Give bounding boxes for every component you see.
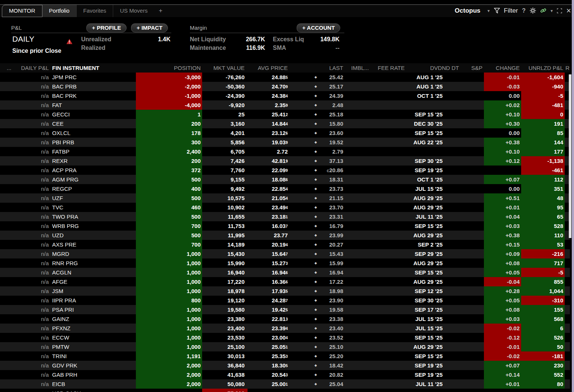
table-row[interactable]: n/a REGCP 400 9,492 22.854 ◆23.73 JUL 15… <box>0 184 570 193</box>
col-header-fee-rate[interactable]: FEE RATE <box>370 63 408 73</box>
cell-instrument[interactable]: REGCP <box>50 184 136 193</box>
col-header-dvdnd-dt[interactable]: DVDND DT <box>408 63 460 73</box>
filter-label[interactable]: Filter <box>504 7 518 15</box>
table-row[interactable]: n/a GDV PRK 2,000 36,840 18.305 ◆18.42 S… <box>0 361 570 370</box>
cell-position[interactable]: 700 <box>136 240 202 249</box>
table-row[interactable]: n/a BAC PRB -2,000 -50,360 24.709 ◆25.17… <box>0 82 570 91</box>
cell-instrument[interactable]: USD CASH <box>50 389 136 392</box>
workspace-name[interactable]: Octopus <box>455 7 481 15</box>
profile-button[interactable]: + PROFILE <box>86 23 127 32</box>
cell-position[interactable]: 1,000 <box>136 314 202 324</box>
cell-position[interactable]: 1,000 <box>136 277 202 286</box>
cell-instrument[interactable]: RNR PRG <box>50 258 136 268</box>
cell-instrument[interactable]: UZF <box>50 193 136 203</box>
impact-button[interactable]: + IMPACT <box>131 23 168 32</box>
cell-position[interactable]: 460 <box>136 203 202 212</box>
table-row[interactable]: n/a PSA PRI 1,000 19,580 19.425 ◆19.58 S… <box>0 305 570 314</box>
table-row[interactable]: n/a EICB 2,000 50,080 25.001 ◆25.04 JUL … <box>0 379 570 389</box>
cell-instrument[interactable]: PSA PRI <box>50 305 136 314</box>
col-header-mkt-value[interactable]: MKT VALUE <box>202 63 248 73</box>
gear-icon[interactable] <box>530 7 536 14</box>
cell-instrument[interactable]: MGRD <box>50 249 136 258</box>
tab-portfolio[interactable]: Portfolio <box>42 5 76 17</box>
help-icon[interactable]: ? <box>522 7 526 14</box>
cell-position[interactable]: 800 <box>136 296 202 305</box>
cell-position[interactable]: 1,000 <box>136 268 202 277</box>
table-row[interactable]: n/a PBI PRB 300 5,856 19.039 ◆19.52 AUG … <box>0 138 570 147</box>
vertical-scrollbar[interactable] <box>569 74 571 238</box>
col-header-ellipsis[interactable]: ... <box>0 63 15 73</box>
table-row[interactable]: n/a GAB PRH 2,000 41,638 20.543 ◆20.82 S… <box>0 370 570 379</box>
table-row[interactable]: n/a RNR PRG 1,000 15,990 15.273 ◆15.99 A… <box>0 258 570 268</box>
table-row[interactable]: USD CASH 75,019 ◆ <box>0 389 570 392</box>
col-header-unrlzd-pnl[interactable]: UNRLZD P&L <box>521 63 565 73</box>
tab-us-movers[interactable]: US Movers <box>113 5 154 17</box>
table-row[interactable]: n/a PMTW 1,000 25,100 25.051 ◆25.10 AUG … <box>0 342 570 351</box>
cell-instrument[interactable]: BAC PRB <box>50 82 136 91</box>
table-row[interactable]: n/a OXLCL 178 4,201 23.126 ◆23.60 SEP 15… <box>0 128 570 138</box>
table-row[interactable]: n/a ECCW 1,000 23,530 23.004 ◆23.52 SEP … <box>0 333 570 342</box>
table-row[interactable]: n/a AFGE 1,000 17,220 16.366 ◆17.22 AUG … <box>0 277 570 286</box>
col-header-imbl[interactable]: IMBL... <box>344 63 370 73</box>
link-chevron-icon[interactable]: ▾ <box>551 8 553 13</box>
table-row[interactable]: n/a MGRD 1,000 15,430 15.647 ◆15.43 SEP … <box>0 249 570 258</box>
cell-position[interactable]: 1,000 <box>136 342 202 351</box>
table-row[interactable]: n/a UZF 500 10,575 21.054 ◆21.15 AUG 29 … <box>0 193 570 203</box>
add-tab-button[interactable]: + <box>154 5 167 17</box>
cell-position[interactable]: 500 <box>136 231 202 240</box>
cell-instrument[interactable]: EICB <box>50 379 136 389</box>
table-row[interactable]: n/a JSM 1,000 18,978 17.935 ◆18.98 SEP 1… <box>0 286 570 296</box>
table-row[interactable]: n/a BAC PRK -1,000 -24,390 24.384 ◆24.39… <box>0 91 570 100</box>
cell-instrument[interactable]: GECCI <box>50 110 136 119</box>
table-row[interactable]: n/a FATBP 2,400 6,705 2.72 ◆2.79 +0.10 1… <box>0 147 570 156</box>
pnl-mode-label[interactable]: DAILY <box>12 35 34 44</box>
cell-position[interactable]: 2,000 <box>136 370 202 379</box>
cell-instrument[interactable]: TWO PRA <box>50 212 136 221</box>
cell-instrument[interactable]: GAB PRH <box>50 370 136 379</box>
cell-instrument[interactable]: PMTW <box>50 342 136 351</box>
cell-instrument[interactable]: ACP PRA <box>50 166 136 175</box>
cell-instrument[interactable]: AFGE <box>50 277 136 286</box>
cell-position[interactable]: 200 <box>136 119 202 128</box>
tab-favorites[interactable]: Favorites <box>76 5 113 17</box>
cell-position[interactable]: 1 <box>136 110 202 119</box>
cell-instrument[interactable]: PBI PRB <box>50 138 136 147</box>
cell-instrument[interactable]: IIPR PRA <box>50 296 136 305</box>
table-row[interactable]: n/a CEE 200 3,160 14.844 ◆15.80 DEC 30 '… <box>0 119 570 128</box>
maximize-icon[interactable] <box>557 8 562 13</box>
cell-position[interactable]: 2,400 <box>136 147 202 156</box>
col-header-position[interactable]: POSITION <box>136 63 202 73</box>
cell-instrument[interactable]: FATBP <box>50 147 136 156</box>
table-row[interactable]: n/a ACP PRA 372 7,760 22.099 ◆c20.86 SEP… <box>0 166 570 175</box>
cell-position[interactable]: 1,000 <box>136 333 202 342</box>
cell-position[interactable]: 1,000 <box>136 305 202 314</box>
col-header-last[interactable]: LAST <box>288 63 344 73</box>
cell-position[interactable]: 178 <box>136 128 202 138</box>
cell-instrument[interactable]: AXS PRE <box>50 240 136 249</box>
cell-instrument[interactable]: WRB PRG <box>50 221 136 231</box>
warning-icon[interactable] <box>66 39 73 46</box>
cell-position[interactable]: -3,000 <box>136 73 202 82</box>
tab-monitor[interactable]: MONITOR <box>2 5 42 17</box>
cell-position[interactable]: 300 <box>136 138 202 147</box>
cell-position[interactable]: 372 <box>136 166 202 175</box>
table-row[interactable]: n/a REXR 200 7,426 42.819 ◆37.13 SEP 30 … <box>0 156 570 166</box>
table-row[interactable]: n/a WRB PRG 700 11,753 16.037 ◆16.79 SEP… <box>0 221 570 231</box>
filter-icon[interactable] <box>494 8 500 13</box>
cell-instrument[interactable]: PFXNZ <box>50 324 136 333</box>
cell-instrument[interactable]: CEE <box>50 119 136 128</box>
table-row[interactable]: n/a FAT -4,000 -9,920 2.359 ◆2.48 +0.02 … <box>0 100 570 110</box>
cell-position[interactable]: 700 <box>136 221 202 231</box>
col-header-change[interactable]: CHANGE <box>484 63 521 73</box>
cell-position[interactable]: 1,000 <box>136 249 202 258</box>
cell-position[interactable]: 500 <box>136 175 202 184</box>
cell-position[interactable]: 1,000 <box>136 286 202 296</box>
cell-instrument[interactable]: ACGLN <box>50 268 136 277</box>
cell-instrument[interactable]: UZD <box>50 231 136 240</box>
table-row[interactable]: n/a GECCI 1 25 25.412 ◆25.18 SEP 15 '25 … <box>0 110 570 119</box>
cell-position[interactable] <box>136 389 202 392</box>
cell-instrument[interactable]: TVC <box>50 203 136 212</box>
cell-position[interactable]: 1,000 <box>136 324 202 333</box>
cell-instrument[interactable]: TRINI <box>50 351 136 361</box>
cell-instrument[interactable]: JSM <box>50 286 136 296</box>
